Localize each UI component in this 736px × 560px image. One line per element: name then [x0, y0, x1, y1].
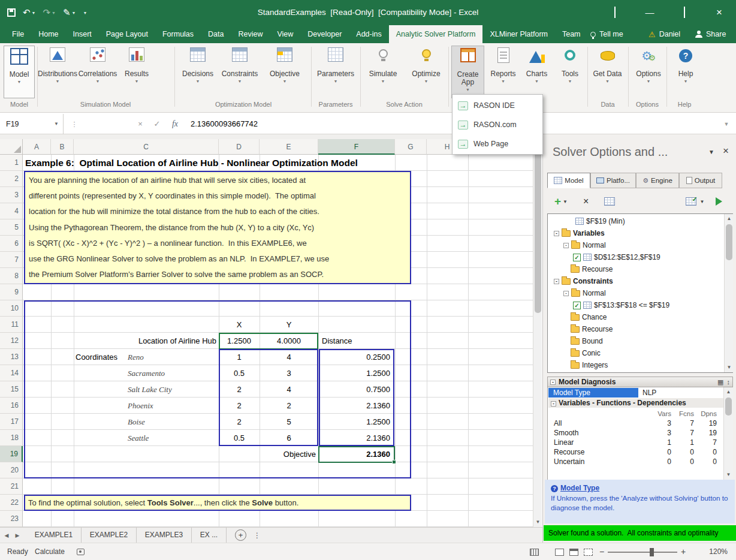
row-header-16[interactable]: 16	[0, 398, 23, 414]
zoom-slider-track[interactable]	[608, 552, 677, 553]
charts-button[interactable]: Charts ▼	[520, 46, 553, 98]
ribbon-tab-file[interactable]: File	[5, 25, 31, 43]
user-account[interactable]: ⚠ Daniel	[648, 25, 680, 43]
tree-item-constraints-normal[interactable]: - Normal	[553, 287, 725, 299]
zoom-in-icon[interactable]: +	[681, 543, 686, 560]
get-data-button[interactable]: Get Data ▼	[590, 46, 625, 98]
next-sheet-icon[interactable]: ▶	[12, 528, 23, 543]
diag-row-label[interactable]: Smooth	[554, 428, 578, 438]
ribbon-tab-xlminer-platform[interactable]: XLMiner Platform	[482, 25, 555, 43]
column-header-B[interactable]: B	[51, 139, 74, 155]
more-sheets-icon[interactable]: ⋮	[252, 528, 263, 543]
chevron-down-icon[interactable]: ▼	[54, 114, 59, 134]
cell-C17-city[interactable]: Boise	[128, 414, 145, 430]
pane-tab-platform[interactable]: Platfo...	[590, 173, 636, 188]
row-header-20[interactable]: 20	[0, 462, 23, 478]
pane-close-icon[interactable]: ×	[723, 145, 729, 157]
row-header-3[interactable]: 3	[0, 187, 23, 203]
sheet-tab-truncated[interactable]: EX ...	[192, 528, 227, 543]
row-header-23[interactable]: 23	[0, 511, 23, 527]
row-header-19[interactable]: 19	[0, 446, 23, 462]
decisions-button[interactable]: Decisions ▼	[179, 46, 216, 98]
column-header-A[interactable]: A	[23, 139, 51, 155]
menu-item-rason-com[interactable]: → RASON.com	[453, 115, 542, 134]
tree-item-constraints[interactable]: - Constraints	[553, 275, 725, 287]
zoom-level[interactable]: 120%	[694, 543, 728, 560]
diag-row-label[interactable]: Linear	[554, 438, 574, 447]
chevron-down-icon[interactable]: ▼	[563, 199, 568, 204]
tree-scrollbar[interactable]: ▲ ▼	[724, 214, 733, 372]
tree-item-variables-normal[interactable]: - Normal	[553, 239, 725, 251]
row-header-1[interactable]: 1	[0, 155, 23, 171]
row-header-17[interactable]: 17	[0, 414, 23, 430]
row-header-10[interactable]: 10	[0, 300, 23, 317]
ribbon-tab-data[interactable]: Data	[201, 25, 231, 43]
pane-tab-model[interactable]: Model	[547, 173, 590, 188]
menu-item-web-page[interactable]: → Web Page	[453, 134, 542, 153]
column-header-C[interactable]: C	[74, 139, 219, 155]
ribbon-tab-add-ins[interactable]: Add-ins	[349, 25, 388, 43]
new-sheet-button[interactable]: +	[235, 529, 246, 541]
tree-item-variables-recourse[interactable]: Recourse	[553, 263, 725, 275]
pane-tab-output[interactable]: Output	[679, 173, 722, 188]
row-header-9[interactable]: 9	[0, 284, 23, 300]
ribbon-tab-home[interactable]: Home	[31, 25, 65, 43]
collapse-icon[interactable]: -	[563, 291, 569, 296]
menu-item-rason-ide[interactable]: → RASON IDE	[453, 96, 542, 115]
checkbox-checked-icon[interactable]: ✓	[573, 254, 581, 261]
row-header-8[interactable]: 8	[0, 268, 23, 284]
fill-handle[interactable]	[392, 460, 396, 464]
scroll-up-icon[interactable]: ▲	[725, 214, 734, 224]
customize-qat-button[interactable]: ▼	[83, 11, 88, 15]
ribbon-display-options-button[interactable]	[602, 0, 628, 25]
cell-C14-city[interactable]: Sacramento	[128, 365, 165, 381]
model-diagnosis-header[interactable]: - Model Diagnosis ▦ ↕	[547, 377, 733, 387]
column-header-F[interactable]: F	[318, 139, 395, 155]
scroll-down-icon[interactable]: ▼	[725, 363, 734, 372]
status-calculate[interactable]: Calculate	[35, 543, 65, 560]
cell-E19-objective-label[interactable]: Objective	[242, 446, 316, 462]
diagnosis-model-type-label[interactable]: Model Type	[548, 388, 638, 398]
tree-item-recourse[interactable]: Recourse	[553, 323, 725, 335]
column-header-D[interactable]: D	[219, 139, 260, 155]
row-header-13[interactable]: 13	[0, 349, 23, 365]
model-button[interactable]: Model ▼	[4, 46, 35, 98]
diag-row-label[interactable]: All	[554, 419, 562, 428]
undo-button[interactable]: ↶▼	[23, 7, 36, 18]
zoom-out-icon[interactable]: −	[599, 543, 604, 560]
sheet-tab-example1[interactable]: EXAMPLE1	[26, 528, 82, 543]
optimize-button[interactable]: Optimize ▼	[409, 46, 444, 98]
enter-icon[interactable]: ✓	[150, 114, 164, 134]
ribbon-tab-page-layout[interactable]: Page Layout	[99, 25, 155, 43]
grid-icon[interactable]	[530, 549, 539, 556]
cell-C15-city[interactable]: Salt Lake City	[128, 381, 172, 398]
scroll-down-icon[interactable]: ▼	[533, 517, 542, 527]
ribbon-tab-review[interactable]: Review	[231, 25, 270, 43]
help-button[interactable]: ? Help ▼	[669, 46, 702, 98]
maximize-button[interactable]	[671, 0, 698, 25]
ribbon-tab-team[interactable]: Team	[555, 25, 588, 43]
cell-C12-hub-label[interactable]: Location of Airline Hub	[74, 333, 216, 349]
row-header-2[interactable]: 2	[0, 171, 23, 187]
parameters-button[interactable]: Parameters ▼	[314, 46, 357, 98]
checkbox-checked-icon[interactable]: ✓	[573, 302, 581, 309]
cell-E11-y-header[interactable]: Y	[260, 317, 318, 333]
ribbon-tab-view[interactable]: View	[270, 25, 300, 43]
tools-button[interactable]: Tools ▼	[556, 46, 584, 98]
row-header-14[interactable]: 14	[0, 365, 23, 381]
collapse-icon[interactable]: -	[554, 279, 559, 284]
zoom-slider-knob[interactable]	[650, 548, 654, 556]
tree-item-variable-cells[interactable]: ✓ $D$12:$E$12,$F$19	[553, 251, 725, 263]
collapse-icon[interactable]: -	[550, 380, 556, 385]
redo-button[interactable]: ↷▼	[43, 7, 56, 18]
column-header-E[interactable]: E	[260, 139, 318, 155]
diagnosis-scrollbar[interactable]: ▲ ▼	[723, 387, 733, 480]
cancel-icon[interactable]: ×	[133, 114, 147, 134]
macro-record-icon[interactable]	[77, 549, 85, 555]
row-header-4[interactable]: 4	[0, 203, 23, 219]
tree-item-conic[interactable]: Conic	[553, 347, 725, 359]
sort-az-icon[interactable]: ↕	[727, 378, 731, 386]
scrollbar-thumb[interactable]	[725, 398, 732, 416]
row-header-22[interactable]: 22	[0, 495, 23, 511]
row-header-6[interactable]: 6	[0, 236, 23, 252]
